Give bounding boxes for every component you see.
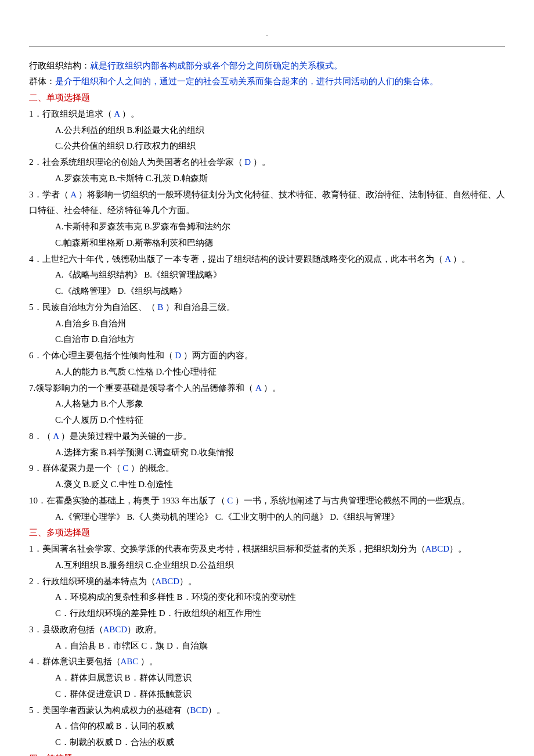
- q3-answer: A: [70, 190, 76, 199]
- m1-answer: ABCD: [425, 544, 450, 553]
- def2-label: 群体：: [29, 77, 55, 86]
- q7-stem: 7.领导影响力的一个重要基础是领导者个人的品德修养和（ A ）。: [29, 380, 505, 397]
- m5-stem-a: 5．美国学者西蒙认为构成权力的基础有（: [29, 705, 190, 715]
- m3-options: A．自治县 B．市辖区 C．旗 D．自治旗: [29, 638, 505, 654]
- q2-answer: D: [244, 157, 251, 167]
- q6-answer: D: [175, 351, 181, 360]
- q10-stem-a: 10．在霍桑实验的基础上，梅奥于 1933 年出版了（: [29, 496, 227, 505]
- section-2-heading: 二、单项选择题: [29, 90, 505, 106]
- q3-stem: 3．学者（ A ）将影响一切组织的一般环境特征划分为文化特征、技术特征、教育特征…: [29, 187, 505, 219]
- top-divider: [29, 46, 505, 46]
- def1-text: 就是行政组织内部各构成部分或各个部分之间所确定的关系模式。: [90, 61, 342, 70]
- m5-answer: BCD: [190, 705, 208, 715]
- m3-stem-a: 3．县级政府包括（: [29, 625, 103, 634]
- q7-options-2: C.个人履历 D.个性特征: [29, 412, 505, 429]
- q4-answer: A: [445, 254, 450, 264]
- m4-options-1: A．群体归属意识 B．群体认同意识: [29, 670, 505, 686]
- m1-stem-a: 1．美国著名社会学家、交换学派的代表布劳及史考特，根据组织目标和受益者的关系，把…: [29, 544, 425, 553]
- q4-options-2: C.《战略管理》 D.《组织与战略》: [29, 283, 505, 300]
- q3-stem-a: 3．学者（: [29, 190, 70, 199]
- m4-answer: ABC: [121, 657, 139, 666]
- m1-stem-b: ）。: [449, 544, 467, 553]
- q6-options: A.人的能力 B.气质 C.性格 D.个性心理特征: [29, 364, 505, 380]
- def2-text: 是介于组织和个人之间的，通过一定的社会互动关系而集合起来的，进行共同活动的人们的…: [55, 77, 438, 86]
- m3-stem: 3．县级政府包括（ABCD）政府。: [29, 622, 505, 638]
- q7-stem-a: 7.领导影响力的一个重要基础是领导者个人的品德修养和（: [29, 383, 255, 393]
- q6-stem: 6．个体心理主要包括个性倾向性和（ D ）两方面的内容。: [29, 348, 505, 364]
- m2-stem-a: 2．行政组织环境的基本特点为（: [29, 577, 156, 586]
- q2-stem-b: ）。: [251, 157, 270, 167]
- q5-options-1: A.自治乡 B.自治州: [29, 316, 505, 332]
- m5-stem: 5．美国学者西蒙认为构成权力的基础有（BCD）。: [29, 703, 505, 719]
- m4-stem: 4．群体意识主要包括（ABC ）。: [29, 654, 505, 670]
- q1-options-2: C.公共价值的组织 D.行政权力的组织: [29, 138, 505, 154]
- m2-options-1: A．环境构成的复杂性和多样性 B．环境的变化和环境的变动性: [29, 589, 505, 606]
- q2-stem-a: 2．社会系统组织理论的创始人为美国著名的社会学家（: [29, 157, 244, 167]
- section-4-heading: 四、简答题: [29, 751, 505, 756]
- q3-options-2: C.帕森斯和里格斯 D.斯蒂格利茨和巴纳德: [29, 235, 505, 251]
- m2-options-2: C．行政组织环境的差异性 D．行政组织的相互作用性: [29, 606, 505, 622]
- q9-answer: C: [122, 463, 128, 473]
- q4-stem-b: ）。: [450, 254, 470, 264]
- m3-answer: ABCD: [103, 625, 128, 634]
- m5-options-2: C．制裁的权威 D．合法的权威: [29, 735, 505, 751]
- q5-stem-a: 5．民族自治地方分为自治区、（: [29, 303, 157, 312]
- q10-stem: 10．在霍桑实验的基础上，梅奥于 1933 年出版了（ C ）一书，系统地阐述了…: [29, 493, 505, 509]
- q5-options-2: C.自治市 D.自治地方: [29, 332, 505, 348]
- m2-stem: 2．行政组织环境的基本特点为（ABCD）。: [29, 574, 505, 590]
- q4-stem: 4．上世纪六十年代，钱德勒出版了一本专著，提出了组织结构的设计要跟随战略变化的观…: [29, 251, 505, 268]
- q6-stem-b: ）两方面的内容。: [181, 351, 253, 360]
- m4-stem-a: 4．群体意识主要包括（: [29, 657, 121, 666]
- m4-stem-b: ）。: [138, 657, 158, 666]
- definition-2: 群体：是介于组织和个人之间的，通过一定的社会互动关系而集合起来的，进行共同活动的…: [29, 74, 505, 90]
- def1-label: 行政组织结构：: [29, 61, 90, 70]
- q8-options: A.选择方案 B.科学预测 C.调查研究 D.收集情报: [29, 445, 505, 461]
- q5-stem: 5．民族自治地方分为自治区、（ B ）和自治县三级。: [29, 300, 505, 316]
- q1-stem-a: 1．行政组织是追求（: [29, 109, 114, 118]
- m1-options: A.互利组织 B.服务组织 C.企业组织 D.公益组织: [29, 557, 505, 574]
- m5-options-1: A．信仰的权威 B．认同的权威: [29, 718, 505, 735]
- q5-stem-b: ）和自治县三级。: [163, 303, 235, 312]
- q9-stem-a: 9．群体凝聚力是一个（: [29, 463, 122, 473]
- q6-stem-a: 6．个体心理主要包括个性倾向性和（: [29, 351, 175, 360]
- q3-options-1: A.卡斯特和罗森茨韦克 B.罗森布鲁姆和法约尔: [29, 219, 505, 235]
- q9-options: A.褒义 B.贬义 C.中性 D.创造性: [29, 477, 505, 493]
- q9-stem-b: ）的概念。: [128, 463, 174, 473]
- q2-options: A.罗森茨韦克 B.卡斯特 C.孔茨 D.帕森斯: [29, 171, 505, 187]
- q8-stem-b: ）是决策过程中最为关键的一步。: [59, 431, 192, 441]
- q1-answer: A: [114, 109, 120, 118]
- q7-stem-b: ）。: [261, 383, 281, 393]
- q8-stem-a: 8．（: [29, 431, 53, 441]
- q8-answer: A: [53, 431, 59, 441]
- q10-stem-b: ）一书，系统地阐述了与古典管理理论截然不同的一些观点。: [233, 496, 470, 505]
- q2-stem: 2．社会系统组织理论的创始人为美国著名的社会学家（ D ）。: [29, 154, 505, 171]
- q1-options-1: A.公共利益的组织 B.利益最大化的组织: [29, 123, 505, 139]
- section-3-heading: 三、多项选择题: [29, 525, 505, 541]
- m1-stem: 1．美国著名社会学家、交换学派的代表布劳及史考特，根据组织目标和受益者的关系，把…: [29, 541, 505, 557]
- header-dot: .: [29, 29, 505, 40]
- q5-answer: B: [157, 303, 163, 312]
- q7-answer: A: [255, 383, 261, 393]
- q8-stem: 8．（ A ）是决策过程中最为关键的一步。: [29, 429, 505, 445]
- q7-options-1: A.人格魅力 B.个人形象: [29, 396, 505, 412]
- m3-stem-b: ）政府。: [127, 625, 162, 634]
- m2-answer: ABCD: [156, 577, 180, 586]
- q10-answer: C: [227, 496, 233, 505]
- q4-stem-a: 4．上世纪六十年代，钱德勒出版了一本专著，提出了组织结构的设计要跟随战略变化的观…: [29, 254, 445, 264]
- m4-options-2: C．群体促进意识 D．群体抵触意识: [29, 686, 505, 703]
- q3-stem-b: ）将影响一切组织的一般环境特征划分为文化特征、技术特征、教育特征、政治特征、法制…: [29, 190, 505, 215]
- q1-stem-b: ）。: [120, 109, 139, 118]
- definition-1: 行政组织结构：就是行政组织内部各构成部分或各个部分之间所确定的关系模式。: [29, 58, 505, 74]
- q9-stem: 9．群体凝聚力是一个（ C ）的概念。: [29, 460, 505, 477]
- q4-options-1: A.《战略与组织结构》 B.《组织管理战略》: [29, 267, 505, 283]
- m5-stem-b: ）。: [208, 705, 225, 715]
- q1-stem: 1．行政组织是追求（ A ）。: [29, 106, 505, 123]
- m2-stem-b: ）。: [179, 577, 197, 586]
- q10-options: A.《管理心理学》 B.《人类动机的理论》 C.《工业文明中的人的问题》 D.《…: [29, 509, 505, 525]
